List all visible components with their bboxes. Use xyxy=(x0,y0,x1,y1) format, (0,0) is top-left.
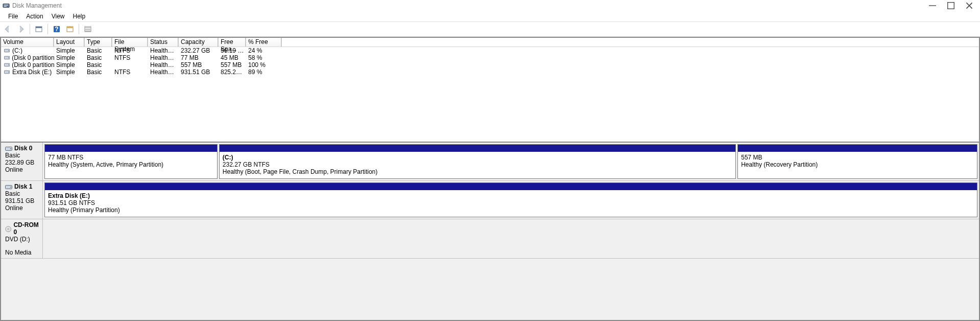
svg-rect-0 xyxy=(3,4,9,8)
menu-view[interactable]: View xyxy=(47,12,69,21)
svg-rect-6 xyxy=(36,27,42,28)
title-bar: Disk Management xyxy=(0,0,980,11)
col-filesystem[interactable]: File System xyxy=(112,38,148,47)
partition[interactable]: Extra Disk (E:)931.51 GB NTFSHealthy (Pr… xyxy=(44,182,977,217)
table-row[interactable]: (Disk 0 partition 3)SimpleBasicHealthy (… xyxy=(1,61,979,68)
disk-info: Disk 0Basic232.89 GBOnline xyxy=(1,143,43,180)
svg-point-16 xyxy=(8,50,9,51)
volume-name: (Disk 0 partition 1) xyxy=(12,54,54,61)
col-volume[interactable]: Volume xyxy=(1,38,54,47)
disk-row[interactable]: CD-ROM 0DVD (D:)No Media xyxy=(1,219,979,259)
disk-status: No Media xyxy=(5,249,40,256)
maximize-button[interactable] xyxy=(947,2,954,9)
hdd-icon xyxy=(5,184,12,189)
table-row[interactable]: (Disk 0 partition 1)SimpleBasicNTFSHealt… xyxy=(1,54,979,61)
volume-free: 825.26 GB xyxy=(219,68,246,76)
partition-status: Healthy (Primary Partition) xyxy=(48,207,974,214)
disk-status: Online xyxy=(5,204,40,212)
partition-area: 77 MB NTFSHealthy (System, Active, Prima… xyxy=(43,143,979,180)
drive-icon xyxy=(4,56,10,60)
partition-size: 557 MB xyxy=(741,154,974,161)
table-row[interactable]: (C:)SimpleBasicNTFSHealthy (B...232.27 G… xyxy=(1,47,979,54)
back-button[interactable] xyxy=(2,24,13,35)
partition[interactable]: 77 MB NTFSHealthy (System, Active, Prima… xyxy=(44,144,218,179)
partition-status: Healthy (System, Active, Primary Partiti… xyxy=(48,161,214,168)
volume-capacity: 232.27 GB xyxy=(179,47,219,54)
disk-title: CD-ROM 0 xyxy=(13,221,40,236)
svg-point-26 xyxy=(10,187,11,188)
volume-type: Basic xyxy=(85,61,112,68)
col-layout[interactable]: Layout xyxy=(54,38,85,47)
svg-rect-14 xyxy=(85,31,90,31)
volume-free: 45 MB xyxy=(219,54,246,61)
menu-file[interactable]: File xyxy=(4,12,22,21)
volume-fs: NTFS xyxy=(112,54,148,61)
col-pctfree[interactable]: % Free xyxy=(246,38,282,47)
minimize-button[interactable] xyxy=(929,2,936,9)
disk-title: Disk 0 xyxy=(14,145,32,152)
svg-rect-4 xyxy=(948,3,954,9)
svg-rect-13 xyxy=(85,29,90,30)
volume-list-pane: Volume Layout Type File System Status Ca… xyxy=(0,37,980,142)
col-freespace[interactable]: Free Spa... xyxy=(219,38,246,47)
disk-row[interactable]: Disk 1Basic931.51 GBOnlineExtra Disk (E:… xyxy=(1,181,979,219)
svg-rect-3 xyxy=(929,5,936,6)
volume-type: Basic xyxy=(85,47,112,54)
partition[interactable]: (C:)232.27 GB NTFSHealthy (Boot, Page Fi… xyxy=(219,144,736,179)
drive-icon xyxy=(4,49,10,53)
volume-pctfree: 24 % xyxy=(246,47,282,54)
partition-size: 931.51 GB NTFS xyxy=(48,199,974,207)
col-capacity[interactable]: Capacity xyxy=(179,38,219,47)
svg-point-28 xyxy=(8,228,9,230)
volume-list[interactable]: (C:)SimpleBasicNTFSHealthy (B...232.27 G… xyxy=(1,47,979,142)
svg-rect-12 xyxy=(85,28,90,28)
window-title: Disk Management xyxy=(12,2,62,9)
volume-pctfree: 58 % xyxy=(246,54,282,61)
table-row[interactable]: Extra Disk (E:)SimpleBasicNTFSHealthy (P… xyxy=(1,68,979,76)
drive-icon xyxy=(4,70,10,74)
refresh-button[interactable] xyxy=(33,24,44,35)
partition-status: Healthy (Recovery Partition) xyxy=(741,161,974,168)
disk-info: Disk 1Basic931.51 GBOnline xyxy=(1,181,43,219)
disk-graphical-pane[interactable]: Disk 0Basic232.89 GBOnline77 MB NTFSHeal… xyxy=(0,142,980,321)
partition-stripe xyxy=(220,145,735,152)
disk-type: Basic xyxy=(5,190,40,197)
volume-layout: Simple xyxy=(54,54,85,61)
partition-name: Extra Disk (E:) xyxy=(48,192,974,199)
volume-fs: NTFS xyxy=(112,68,148,76)
disk-size: 232.89 GB xyxy=(5,159,40,166)
menu-help[interactable]: Help xyxy=(69,12,90,21)
forward-button[interactable] xyxy=(15,24,27,35)
help-button[interactable]: ? xyxy=(51,24,62,35)
volume-type: Basic xyxy=(85,54,112,61)
svg-point-22 xyxy=(8,72,9,73)
volume-status: Healthy (B... xyxy=(148,47,179,54)
close-button[interactable] xyxy=(966,2,973,9)
volume-status: Healthy (R... xyxy=(148,61,179,68)
menu-action[interactable]: Action xyxy=(22,12,47,21)
volume-capacity: 557 MB xyxy=(179,61,219,68)
svg-point-24 xyxy=(10,148,11,149)
col-type[interactable]: Type xyxy=(85,38,112,47)
col-status[interactable]: Status xyxy=(148,38,179,47)
menu-bar: File Action View Help xyxy=(0,11,980,21)
partition-name: (C:) xyxy=(223,154,732,161)
volume-type: Basic xyxy=(85,68,112,76)
app-icon xyxy=(2,2,10,10)
svg-rect-1 xyxy=(4,5,9,5)
list-view-button[interactable] xyxy=(82,24,93,35)
volume-capacity: 77 MB xyxy=(179,54,219,61)
drive-icon xyxy=(4,63,10,67)
partition-area xyxy=(43,219,979,258)
disk-info: CD-ROM 0DVD (D:)No Media xyxy=(1,219,43,258)
partition-status: Healthy (Boot, Page File, Crash Dump, Pr… xyxy=(223,168,732,175)
column-header-row: Volume Layout Type File System Status Ca… xyxy=(1,38,979,47)
partition-size: 77 MB NTFS xyxy=(48,154,214,161)
volume-name: (Disk 0 partition 3) xyxy=(12,61,54,68)
partition[interactable]: 557 MBHealthy (Recovery Partition) xyxy=(737,144,977,179)
disk-type: DVD (D:) xyxy=(5,236,40,243)
partition-stripe xyxy=(45,145,217,152)
partition-area: Extra Disk (E:)931.51 GB NTFSHealthy (Pr… xyxy=(43,181,979,219)
disk-row[interactable]: Disk 0Basic232.89 GBOnline77 MB NTFSHeal… xyxy=(1,143,979,181)
properties-button[interactable] xyxy=(64,24,76,35)
